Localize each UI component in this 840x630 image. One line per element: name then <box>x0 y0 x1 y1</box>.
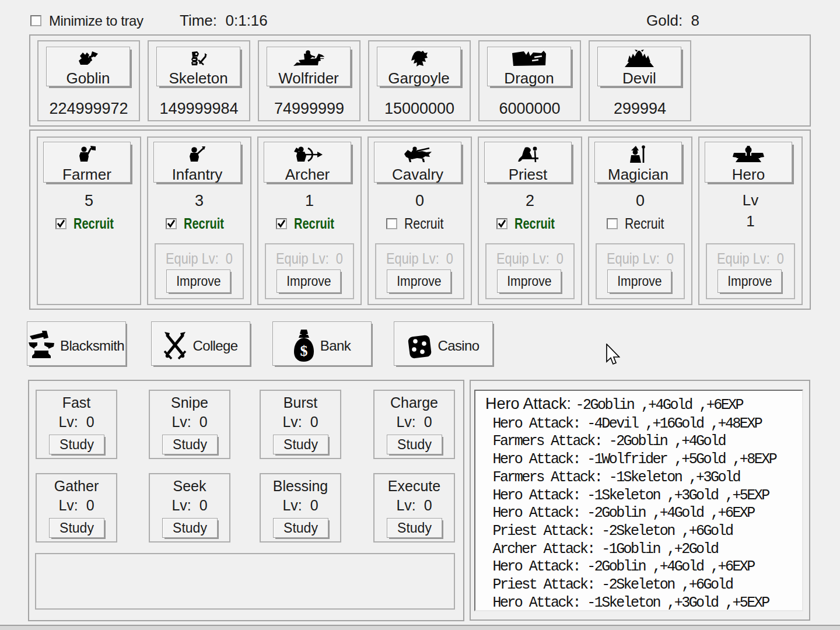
svg-text:$: $ <box>300 342 307 359</box>
